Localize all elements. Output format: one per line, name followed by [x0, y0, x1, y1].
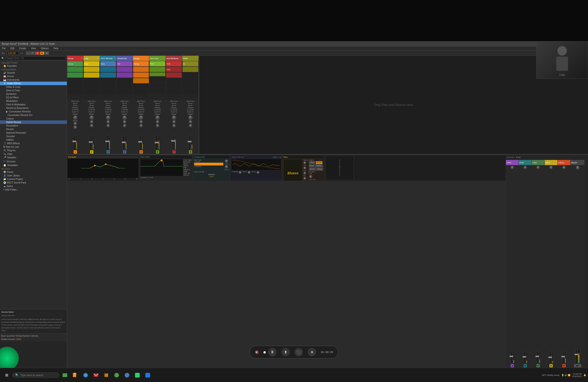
sidebar-item-audio-effects[interactable]: ⚡ Audio Effects: [0, 82, 67, 85]
fader-1[interactable]: [73, 136, 75, 150]
sidebar-item-templates[interactable]: 📋 Templates: [0, 164, 67, 167]
menu-help[interactable]: Help: [52, 47, 59, 50]
drop-files-zone[interactable]: Drop Files and Devices Here: [199, 56, 588, 154]
track-header-hihat[interactable]: Hihat: [182, 56, 198, 61]
knob-decay[interactable]: [257, 171, 259, 174]
fader-8[interactable]: [189, 136, 190, 150]
sidebar-sub-modulators[interactable]: Modulators: [0, 99, 67, 103]
sidebar-item-drums[interactable]: 🥁 Drums: [0, 75, 67, 78]
sidebar-sub-reverb[interactable]: Reverb: [0, 127, 67, 131]
track-header-hat[interactable]: Clouded Hat: [116, 56, 133, 61]
knob-pan-1[interactable]: [73, 115, 77, 120]
sidebar-sub-pitch[interactable]: Pitch & Modulation: [0, 103, 67, 106]
sidebar-sub-reverb-resonance[interactable]: Reverb & Resonance: [0, 106, 67, 110]
sidebar-item-midi-effects[interactable]: 🎵 MIDI Effects: [0, 142, 67, 145]
knob-predelay[interactable]: [239, 171, 242, 174]
knob-amp-bass[interactable]: [303, 167, 306, 169]
knob-return-a[interactable]: [511, 166, 514, 169]
knob-send-b-8[interactable]: [189, 124, 192, 127]
clip-7-2[interactable]: Kick: [166, 67, 182, 72]
taskbar-app-misc1[interactable]: [112, 370, 121, 380]
knob-pan-3[interactable]: [106, 115, 110, 120]
knob-master-pan[interactable]: [576, 166, 580, 170]
media-close-btn[interactable]: ✕: [308, 348, 316, 356]
knob-send-a-8[interactable]: [189, 120, 192, 124]
sidebar-sub-resonators[interactable]: Resonators: [0, 124, 67, 127]
knob-return-d[interactable]: [549, 166, 553, 169]
record-btn[interactable]: ●: [35, 51, 40, 55]
clip-5-2[interactable]: [133, 67, 149, 72]
loop-btn[interactable]: ⟳: [31, 51, 35, 55]
return-header-a[interactable]: A Rev: [506, 160, 519, 165]
clip-3-3[interactable]: [100, 72, 116, 78]
clip-5-3[interactable]: [133, 72, 149, 78]
knob-attack[interactable]: [225, 159, 228, 163]
sidebar-item-sounds[interactable]: 🔊 Sounds: [0, 71, 67, 75]
stop-btn[interactable]: ■: [45, 51, 49, 55]
track-header-kick[interactable]: Kick 808 Boom: [166, 56, 182, 61]
knob-attack-reverb[interactable]: [248, 171, 251, 174]
knob-send-b-2[interactable]: [90, 124, 93, 127]
menu-view[interactable]: View: [30, 47, 37, 50]
search-input[interactable]: [5, 56, 65, 60]
track-header-perc[interactable]: Perc Loop: [149, 56, 166, 61]
knob-send-b-7[interactable]: [172, 124, 176, 127]
clip-8-1[interactable]: Hi: [183, 61, 198, 66]
clip-5-1[interactable]: Bongo: [133, 61, 149, 66]
sidebar-sub-spectral[interactable]: Spectral Resonator: [0, 131, 67, 135]
hybrid-reverb-waveform[interactable]: [231, 159, 281, 170]
sidebar-sub-dynamics[interactable]: Dynamics: [0, 92, 67, 96]
start-button[interactable]: ⊞: [2, 370, 11, 380]
sidebar-item-user-library[interactable]: 👤 User Library: [0, 174, 67, 177]
fader-5[interactable]: [139, 136, 141, 150]
knob-pan-6[interactable]: [155, 115, 160, 120]
sidebar-sub-drive-color[interactable]: Drive & Color: [0, 89, 67, 92]
clip-4-2[interactable]: [117, 67, 132, 72]
clip-1-3[interactable]: [67, 72, 83, 78]
eq-eight-title[interactable]: EQ Eight: [68, 156, 138, 158]
sidebar-item-favorites[interactable]: ⭐ Favorites: [0, 64, 67, 68]
clip-3-1[interactable]: Snar: [100, 61, 116, 66]
fader-return-d[interactable]: [549, 352, 551, 363]
knob-pan-7[interactable]: [172, 115, 176, 120]
return-header-d[interactable]: D Dly: [545, 160, 557, 165]
fader-7[interactable]: [172, 136, 174, 150]
media-share-btn[interactable]: ⬆: [281, 348, 290, 356]
sidebar-item-samples[interactable]: 🎤 Samples: [0, 156, 67, 159]
sidebar-item-current-project[interactable]: 📁 Current Project: [0, 177, 67, 181]
taskbar-search-box[interactable]: 🔍 Type here to search: [12, 372, 59, 378]
taskbar-app-files[interactable]: [71, 370, 80, 380]
clip-3-2[interactable]: [100, 67, 116, 72]
sidebar-item-max-for-live[interactable]: M Max for Live: [0, 145, 67, 149]
sidebar-item-splice[interactable]: ☁ Splice: [0, 184, 67, 188]
clip-2-2[interactable]: [84, 67, 100, 72]
fader-return-c[interactable]: [537, 352, 538, 363]
knob-send-a-4[interactable]: [123, 120, 126, 124]
knob-pan-2[interactable]: [90, 115, 94, 120]
knob-send-a-5[interactable]: [140, 120, 143, 124]
clip-7-1[interactable]: Kick: [166, 61, 182, 66]
return-header-c[interactable]: C Ret: [532, 160, 545, 165]
menu-create[interactable]: Create: [18, 47, 27, 50]
clip-2-3[interactable]: [84, 72, 100, 78]
clip-2-1[interactable]: Clap: [84, 61, 100, 66]
auto-filter-graph[interactable]: [140, 159, 183, 176]
play-btn[interactable]: ▶: [40, 51, 44, 55]
knob-send-a-3[interactable]: [106, 120, 110, 124]
taskbar-app-mail[interactable]: [91, 370, 101, 380]
clip-6-2[interactable]: [149, 67, 165, 72]
clip-6-3[interactable]: [149, 72, 165, 76]
return-header-b[interactable]: B Ret: [519, 160, 532, 165]
knob-send-a-2[interactable]: [90, 120, 93, 124]
knob-pan-8[interactable]: [189, 115, 193, 120]
sidebar-item-plugins[interactable]: 🔌 Plug-ins: [0, 149, 67, 152]
clip-4-1[interactable]: Hat: [117, 61, 132, 66]
track-header-bongo[interactable]: Bongo: [133, 56, 149, 61]
knob-send-a-1[interactable]: [74, 122, 77, 125]
sidebar-item-clips[interactable]: 📎 Clips: [0, 152, 67, 156]
taskbar-app-ableton[interactable]: [102, 370, 111, 380]
notification-btn[interactable]: 🔔: [584, 374, 586, 376]
knob-amp-treble[interactable]: [303, 177, 306, 180]
knob-return-c[interactable]: [537, 166, 540, 169]
clip-5-4[interactable]: [133, 78, 149, 83]
